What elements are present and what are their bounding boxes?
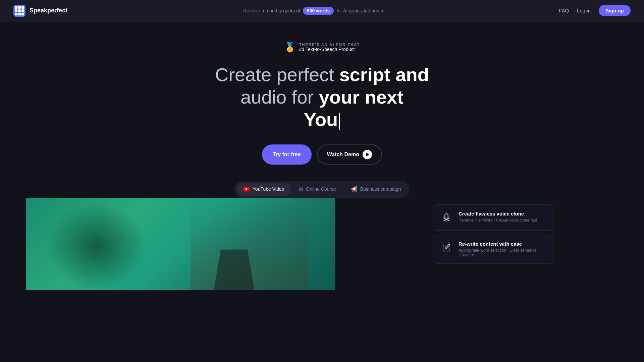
yt-play-icon — [246, 188, 248, 190]
signup-button[interactable]: Sign up — [599, 5, 631, 16]
navbar: Speakperfect Receive a monthly quota of … — [0, 0, 644, 21]
navbar-left: Speakperfect — [13, 5, 67, 17]
feature-card-voice-title: Create flawless voice clone — [459, 211, 546, 217]
rewrite-icon — [440, 241, 453, 254]
watch-demo-button[interactable]: Watch Demo — [317, 144, 382, 165]
promo-suffix: for AI-generated audio — [336, 8, 383, 13]
video-background — [26, 198, 335, 290]
play-circle-icon — [363, 150, 372, 159]
award-badge: 🏅 THERE'S AN AI FOR THAT #1 Text-to-Spee… — [284, 42, 360, 53]
play-triangle-icon — [366, 153, 369, 157]
hero-buttons: Try for free Watch Demo — [262, 144, 382, 165]
content-area: Create flawless voice clone Remove fille… — [0, 198, 644, 290]
tab-online-course[interactable]: ⊞ Online Course — [292, 183, 343, 196]
feature-card-rewrite-title: Re-write content with ease — [459, 241, 546, 247]
hero-section: 🏅 THERE'S AN AI FOR THAT #1 Text-to-Spee… — [0, 21, 644, 198]
hero-title: Create perfect script and audio for your… — [215, 63, 429, 131]
try-for-free-button[interactable]: Try for free — [262, 144, 312, 165]
award-text: THERE'S AN AI FOR THAT #1 Text-to-Speech… — [299, 43, 360, 52]
tab-youtube[interactable]: YouTube Video — [236, 183, 291, 196]
voice-clone-icon — [440, 211, 453, 224]
course-icon: ⊞ — [299, 186, 303, 192]
feature-card-voice: Create flawless voice clone Remove fille… — [433, 204, 553, 231]
tabs-container: YouTube Video ⊞ Online Course 📢 Business… — [234, 181, 410, 198]
plant-overlay — [46, 203, 147, 290]
business-icon: 📢 — [351, 186, 358, 192]
logo-icon — [13, 5, 25, 17]
feature-card-rewrite-text: Re-write content with ease Appropriate w… — [459, 241, 546, 257]
tab-business-label: Business campaign — [360, 186, 401, 192]
award-bottom-text: #1 Text-to-Speech Product — [299, 47, 360, 52]
watch-demo-label: Watch Demo — [327, 152, 359, 158]
logo-text: Speakperfect — [30, 7, 67, 14]
login-button[interactable]: Log in — [577, 8, 591, 13]
faq-link[interactable]: FAQ — [559, 8, 569, 13]
tab-business-campaign[interactable]: 📢 Business campaign — [344, 183, 408, 196]
feature-cards: Create flawless voice clone Remove fille… — [433, 204, 553, 264]
feature-card-voice-desc: Remove filler Word · Create voice clone … — [459, 218, 546, 223]
medal-icon: 🏅 — [284, 42, 296, 53]
feature-card-rewrite-desc: Appropriate word selection · Clear sente… — [459, 248, 546, 257]
promo-words-badge: 500 words — [303, 7, 334, 15]
feature-card-voice-text: Create flawless voice clone Remove fille… — [459, 211, 546, 223]
navbar-right: FAQ Log in Sign up — [559, 5, 631, 16]
feature-card-rewrite: Re-write content with ease Appropriate w… — [433, 235, 553, 264]
promo-prefix: Receive a monthly quota of — [243, 8, 300, 13]
award-top-text: THERE'S AN AI FOR THAT — [299, 43, 360, 47]
youtube-icon — [243, 187, 250, 191]
video-bg-inner — [26, 198, 335, 290]
promo-banner: Receive a monthly quota of 500 words for… — [243, 7, 383, 15]
tab-course-label: Online Course — [306, 186, 336, 192]
tab-youtube-label: YouTube Video — [253, 186, 284, 192]
